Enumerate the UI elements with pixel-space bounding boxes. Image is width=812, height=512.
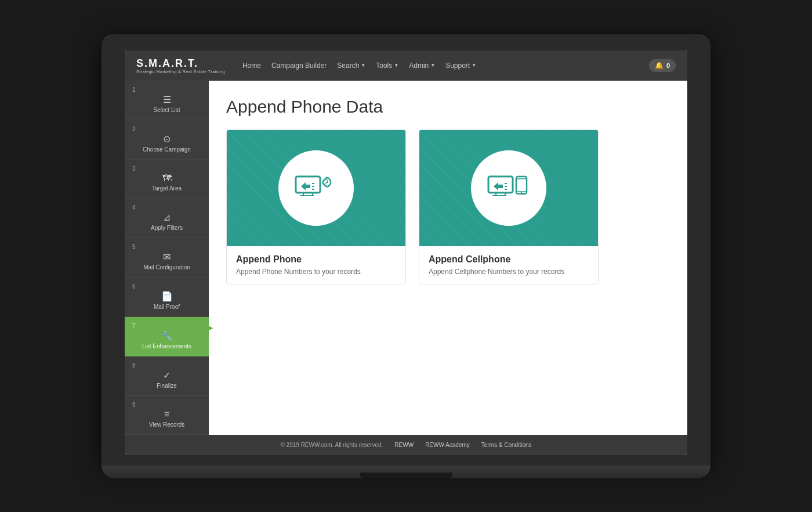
footer: © 2019 REWW.com. All rights reserved. RE… — [125, 435, 687, 455]
sidebar-item-target-area[interactable]: 3 🗺 Target Area — [125, 160, 209, 199]
step-3-number: 3 — [132, 165, 136, 172]
map-icon: 🗺 — [162, 173, 172, 183]
search-caret-icon: ▼ — [361, 63, 365, 68]
append-cellphone-desc: Append Cellphone Numbers to your records — [429, 268, 589, 276]
sidebar: 1 ☰ Select List 2 ⊙ Choose Campaign 3 🗺 … — [125, 81, 209, 435]
screen: S.M.A.R.T. Strategic Marketing & Real Es… — [125, 51, 687, 455]
step-8-number: 8 — [132, 362, 136, 369]
append-phone-icon-circle — [278, 150, 354, 226]
sidebar-label-select-list: Select List — [153, 107, 180, 114]
nav-support-label: Support — [445, 62, 470, 70]
screen-bezel: S.M.A.R.T. Strategic Marketing & Real Es… — [102, 34, 710, 466]
sidebar-item-apply-filters[interactable]: 4 ⊿ Apply Filters — [125, 199, 209, 238]
navbar: S.M.A.R.T. Strategic Marketing & Real Es… — [125, 51, 687, 81]
mail-icon: ✉ — [163, 251, 171, 262]
step-2-number: 2 — [132, 126, 136, 132]
notification-count: 0 — [666, 62, 670, 69]
logo: S.M.A.R.T. Strategic Marketing & Real Es… — [136, 57, 225, 74]
filter-icon: ⊿ — [163, 212, 171, 223]
main-content: Append Phone Data — [209, 81, 687, 435]
bell-icon: 🔔 — [655, 62, 664, 70]
sidebar-item-mail-config[interactable]: 5 ✉ Mail Configuration — [125, 238, 209, 277]
step-4-number: 4 — [132, 204, 136, 211]
svg-point-15 — [521, 192, 523, 194]
step-5-number: 5 — [132, 244, 136, 250]
sidebar-label-finalize: Finalize — [157, 383, 176, 390]
sidebar-label-target-area: Target Area — [152, 185, 182, 192]
sidebar-item-list-enhancements[interactable]: 7 🔧 List Enhancements — [125, 317, 209, 356]
nav-tools-label: Tools — [376, 62, 392, 70]
nav-campaign-builder[interactable]: Campaign Builder — [271, 62, 327, 70]
sidebar-item-mail-proof[interactable]: 6 📄 Mail Proof — [125, 277, 209, 317]
append-cellphone-image — [419, 130, 598, 246]
step-1-number: 1 — [132, 86, 136, 93]
step-6-number: 6 — [132, 283, 136, 290]
sidebar-label-view-records: View Records — [149, 421, 185, 428]
append-cellphone-title: Append Cellphone — [429, 254, 589, 265]
append-phone-desc: Append Phone Numbers to your records — [236, 268, 396, 276]
nav-links: Home Campaign Builder Search ▼ Tools ▼ A… — [242, 62, 649, 70]
brand-subtitle: Strategic Marketing & Real Estate Traini… — [136, 70, 225, 74]
nav-admin-dropdown[interactable]: Admin ▼ — [409, 62, 435, 70]
footer-link-reww-academy[interactable]: REWW Academy — [425, 442, 470, 448]
footer-link-terms[interactable]: Terms & Conditions — [481, 442, 532, 448]
support-caret-icon: ▼ — [472, 63, 476, 68]
sidebar-label-choose-campaign: Choose Campaign — [143, 146, 191, 153]
nav-home[interactable]: Home — [242, 62, 261, 70]
nav-tools-dropdown[interactable]: Tools ▼ — [376, 62, 398, 70]
nav-admin-label: Admin — [409, 62, 429, 70]
sidebar-item-select-list[interactable]: 1 ☰ Select List — [125, 81, 209, 120]
nav-support-dropdown[interactable]: Support ▼ — [445, 62, 476, 70]
append-phone-card[interactable]: Append Phone Append Phone Numbers to you… — [226, 129, 406, 284]
sidebar-label-mail-proof: Mail Proof — [154, 304, 180, 311]
sidebar-item-choose-campaign[interactable]: 2 ⊙ Choose Campaign — [125, 120, 209, 160]
step-7-number: 7 — [132, 323, 136, 329]
append-phone-title: Append Phone — [236, 254, 396, 265]
navbar-right: 🔔 0 — [649, 59, 676, 72]
page-title: Append Phone Data — [226, 97, 670, 117]
tools-caret-icon: ▼ — [394, 63, 398, 68]
sidebar-label-list-enhancements: List Enhancements — [142, 343, 191, 350]
step-9-number: 9 — [132, 402, 136, 408]
nav-search-dropdown[interactable]: Search ▼ — [337, 62, 365, 70]
append-phone-image — [227, 130, 405, 246]
append-cellphone-body: Append Cellphone Append Cellphone Number… — [419, 246, 598, 284]
footer-link-reww[interactable]: REWW — [394, 442, 414, 448]
cards-row: Append Phone Append Phone Numbers to you… — [226, 129, 670, 284]
sidebar-item-view-records[interactable]: 9 ≡ View Records — [125, 396, 209, 435]
cellphone-computer-icon — [485, 171, 532, 205]
append-phone-body: Append Phone Append Phone Numbers to you… — [227, 246, 405, 284]
list-icon: ≡ — [164, 409, 169, 420]
phone-computer-icon — [293, 171, 339, 205]
sidebar-label-mail-config: Mail Configuration — [143, 264, 190, 271]
wrench-icon: 🔧 — [161, 330, 173, 341]
footer-copyright: © 2019 REWW.com. All rights reserved. — [280, 442, 383, 448]
menu-icon: ☰ — [163, 94, 171, 105]
check-icon: ✓ — [163, 370, 171, 381]
append-cellphone-icon-circle — [471, 150, 546, 226]
laptop-base — [102, 466, 710, 478]
sidebar-label-apply-filters: Apply Filters — [151, 225, 183, 232]
compass-icon: ⊙ — [163, 134, 171, 145]
laptop-container: S.M.A.R.T. Strategic Marketing & Real Es… — [102, 34, 710, 478]
admin-caret-icon: ▼ — [430, 63, 435, 68]
main-layout: 1 ☰ Select List 2 ⊙ Choose Campaign 3 🗺 … — [125, 81, 687, 435]
append-cellphone-card[interactable]: Append Cellphone Append Cellphone Number… — [419, 129, 599, 284]
nav-search-label: Search — [337, 62, 359, 70]
brand-title: S.M.A.R.T. — [136, 57, 225, 70]
sidebar-item-finalize[interactable]: 8 ✓ Finalize — [125, 356, 209, 396]
file-icon: 📄 — [161, 291, 173, 302]
notification-bell[interactable]: 🔔 0 — [649, 59, 676, 72]
